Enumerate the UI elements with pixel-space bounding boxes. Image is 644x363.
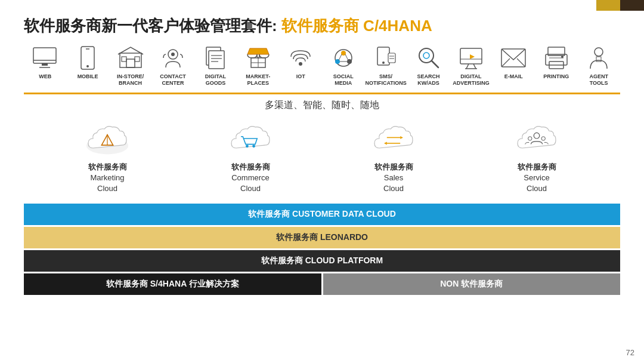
platform-bar-leonardo: 软件服务商 LEONARDO (24, 227, 620, 248)
channel-tools-icon (584, 45, 614, 71)
channels-row: WEB MOBILE (24, 45, 620, 94)
channel-email-icon (499, 45, 528, 71)
channel-iot: IOT (280, 45, 322, 80)
channel-printing-label: PRINTING (543, 73, 569, 80)
svg-line-26 (339, 54, 342, 60)
svg-point-5 (86, 65, 89, 67)
title-highlight: 软件服务商 C/4HANA (277, 17, 432, 35)
svg-marker-39 (470, 54, 475, 59)
channel-social: SOCIALMEDIA (322, 45, 364, 87)
channel-iot-icon (286, 45, 315, 71)
channel-mobile-label: MOBILE (78, 73, 98, 80)
top-accent (596, 0, 644, 11)
channel-sms-label: SMS/NOTIFICATIONS (365, 73, 406, 87)
cloud-marketing-icon (83, 120, 131, 162)
channel-digital: DIGITALGOODS (194, 45, 237, 87)
accent-gold (596, 0, 620, 11)
cloud-section: 软件服务商 Marketing Cloud 软件服务商 Commerce Clo… (24, 120, 620, 195)
subtitle: 多渠道、智能、随时、随地 (24, 99, 620, 112)
channel-digad-label: DIGITALADVERTISING (453, 73, 490, 87)
page-number: 72 (626, 348, 634, 357)
title-prefix: 软件服务商新一代客户体验管理套件: (24, 17, 277, 35)
channel-search-icon (414, 45, 444, 71)
svg-point-55 (246, 144, 249, 147)
svg-rect-31 (388, 53, 395, 63)
channel-contact-icon (158, 45, 188, 71)
svg-rect-0 (33, 48, 56, 63)
cloud-sales: 软件服务商 Sales Cloud (340, 120, 447, 195)
channel-tools-label: AGENTTOOLS (589, 73, 608, 87)
channel-email-label: E-MAIL (504, 73, 523, 80)
platform-bar-s4hana: 软件服务商 S/4HANA 行业解决方案 (24, 273, 321, 295)
channel-contact: CONTACTCENTER (151, 45, 194, 87)
channel-digital-label: DIGITALGOODS (205, 73, 226, 87)
channel-email: E-MAIL (493, 45, 535, 80)
channel-web: WEB (24, 45, 66, 80)
channel-printing-icon (541, 45, 571, 71)
svg-rect-7 (120, 53, 141, 67)
platform-bar-cdc: 软件服务商 CUSTOMER DATA CLOUD (24, 204, 620, 225)
cloud-commerce-icon (227, 120, 274, 162)
accent-dark (620, 0, 644, 11)
cloud-service-label: 软件服务商 Service Cloud (518, 162, 556, 195)
cloud-marketing-label: 软件服务商 Marketing Cloud (88, 162, 127, 195)
svg-rect-2 (42, 63, 48, 66)
svg-point-21 (299, 62, 302, 66)
cloud-service: 软件服务商 Service Cloud (483, 120, 590, 195)
svg-point-48 (561, 56, 564, 58)
channel-market-label: MARKET-PLACES (246, 73, 270, 87)
channel-web-label: WEB (39, 73, 51, 80)
platform-bar-non: NON 软件服务商 (323, 273, 621, 295)
channel-iot-label: IOT (296, 73, 305, 80)
channel-social-icon (329, 45, 358, 71)
svg-point-30 (382, 61, 385, 64)
channel-mobile: MOBILE (66, 45, 109, 80)
svg-point-23 (341, 51, 346, 56)
svg-rect-9 (122, 57, 126, 61)
svg-line-35 (432, 61, 438, 67)
svg-rect-8 (126, 59, 135, 67)
channel-digital-icon (200, 45, 230, 71)
channel-contact-label: CONTACTCENTER (160, 73, 185, 87)
channel-tools: AGENTTOOLS (577, 45, 620, 87)
channel-instore-label: IN-STORE/BRANCH (117, 73, 144, 87)
channel-sms: SMS/NOTIFICATIONS (364, 45, 407, 87)
channel-sms-icon (371, 45, 401, 71)
svg-rect-10 (135, 57, 140, 61)
cloud-commerce: 软件服务商 Commerce Cloud (197, 120, 304, 195)
channel-search: SEARCHKW/ADS (407, 45, 450, 87)
channel-instore: IN-STORE/BRANCH (109, 45, 151, 87)
channel-market-icon (243, 45, 273, 71)
svg-point-49 (595, 48, 603, 56)
svg-line-42 (501, 59, 510, 67)
channel-web-icon (30, 45, 60, 71)
cloud-marketing: 软件服务商 Marketing Cloud (54, 120, 161, 195)
cloud-sales-label: 软件服务商 Sales Cloud (374, 162, 413, 195)
channel-printing: PRINTING (535, 45, 577, 80)
slide-title: 软件服务商新一代客户体验管理套件: 软件服务商 C/4HANA (24, 17, 620, 35)
channel-market: MARKET-PLACES (237, 45, 279, 87)
platform-section: 软件服务商 CUSTOMER DATA CLOUD 软件服务商 LEONARDO… (24, 204, 620, 295)
channel-digad-icon (456, 45, 486, 71)
channel-social-label: SOCIALMEDIA (333, 73, 354, 87)
svg-point-12 (171, 53, 175, 56)
cloud-service-icon (513, 120, 561, 162)
cloud-sales-icon (370, 120, 417, 162)
cloud-commerce-label: 软件服务商 Commerce Cloud (231, 162, 270, 195)
svg-point-56 (252, 144, 255, 147)
svg-rect-14 (209, 51, 224, 69)
svg-line-27 (345, 54, 348, 60)
channel-instore-icon (116, 45, 145, 71)
platform-bar-bottom: 软件服务商 S/4HANA 行业解决方案 NON 软件服务商 (24, 273, 620, 295)
channel-search-label: SEARCHKW/ADS (417, 73, 440, 87)
slide-container: 软件服务商新一代客户体验管理套件: 软件服务商 C/4HANA WEB (0, 0, 644, 363)
svg-point-36 (423, 53, 429, 59)
channel-digad: DIGITALADVERTISING (450, 45, 492, 87)
svg-line-43 (517, 59, 525, 67)
channel-mobile-icon (73, 45, 103, 71)
platform-bar-cloud: 软件服务商 CLOUD PLATFORM (24, 250, 620, 272)
